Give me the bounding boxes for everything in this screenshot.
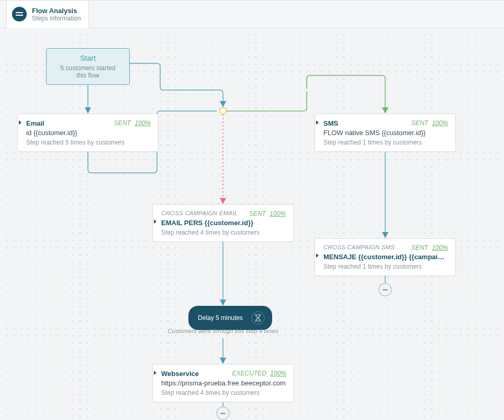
node-meta: Step reached 1 times by customers	[323, 139, 448, 146]
svg-point-2	[220, 108, 226, 114]
node-meta: Step reached 4 times by customers	[161, 389, 286, 396]
node-email[interactable]: Email SENT 100% id {{customer.id}} Step …	[17, 114, 159, 152]
flow-icon	[12, 7, 27, 21]
start-label: Start	[55, 54, 121, 62]
expand-icon[interactable]	[316, 253, 319, 258]
minus-icon	[383, 289, 388, 291]
node-sms[interactable]: SMS SENT 100% FLOW native SMS {{customer…	[315, 114, 456, 152]
node-body: MENSAJE {{customer.id}} {{campaign.li…	[323, 253, 448, 261]
tab-flow-analysis[interactable]: Flow Analysis Steps information	[6, 1, 89, 28]
delay-label: Delay 5 minutes	[198, 314, 243, 322]
node-meta: Step reached 5 times by customers	[26, 139, 151, 146]
expand-icon[interactable]	[316, 120, 319, 125]
node-status: EXECUTED 100%	[232, 370, 286, 378]
node-body: https://prisma-prueba.free.beeceptor.com	[161, 379, 286, 387]
svg-rect-0	[16, 12, 23, 13]
node-kind: Email	[26, 119, 44, 127]
node-body: FLOW native SMS {{customer.id}}	[323, 129, 448, 137]
end-node[interactable]	[378, 283, 392, 296]
node-cross-email[interactable]: CROSS CAMPAIGN EMAIL SENT 100% EMAIL PER…	[152, 204, 294, 242]
node-body: id {{customer.id}}	[26, 129, 151, 137]
node-kind: Webservice	[161, 370, 199, 378]
start-subtitle: 5 customers started this flow	[55, 64, 121, 79]
start-node[interactable]: Start 5 customers started this flow	[46, 48, 130, 85]
tab-text: Flow Analysis Steps information	[32, 7, 81, 22]
node-meta: Step reached 4 times by customers	[161, 229, 286, 236]
node-meta: Step reached 1 times by customers	[323, 263, 448, 270]
node-kind: SMS	[323, 119, 338, 127]
svg-rect-1	[16, 15, 23, 16]
node-kind: CROSS CAMPAIGN SMS	[323, 244, 395, 251]
node-cross-sms[interactable]: CROSS CAMPAIGN SMS SENT 100% MENSAJE {{c…	[315, 238, 456, 276]
flow-canvas[interactable]: Start 5 customers started this flow Emai…	[0, 28, 504, 420]
delay-caption: Customers went through this step 4 times	[165, 328, 281, 334]
hourglass-icon	[251, 311, 265, 325]
node-kind: CROSS CAMPAIGN EMAIL	[161, 210, 238, 217]
tab-title: Flow Analysis	[32, 7, 81, 15]
expand-icon[interactable]	[19, 120, 21, 125]
tab-subtitle: Steps information	[32, 15, 81, 22]
expand-icon[interactable]	[154, 219, 156, 224]
node-status: SENT 100%	[114, 119, 151, 127]
header-bar: Flow Analysis Steps information	[0, 0, 504, 28]
node-body: EMAIL PERS {{customer.id}}	[161, 219, 286, 227]
node-status: SENT 100%	[249, 210, 286, 217]
node-delay[interactable]: Delay 5 minutes	[188, 306, 272, 330]
node-status: SENT 100%	[411, 119, 448, 127]
minus-icon	[220, 413, 226, 414]
node-webservice[interactable]: Webservice EXECUTED 100% https://prisma-…	[152, 364, 294, 402]
expand-icon[interactable]	[154, 371, 156, 375]
node-status: SENT 100%	[411, 244, 448, 251]
end-node[interactable]	[216, 406, 230, 420]
